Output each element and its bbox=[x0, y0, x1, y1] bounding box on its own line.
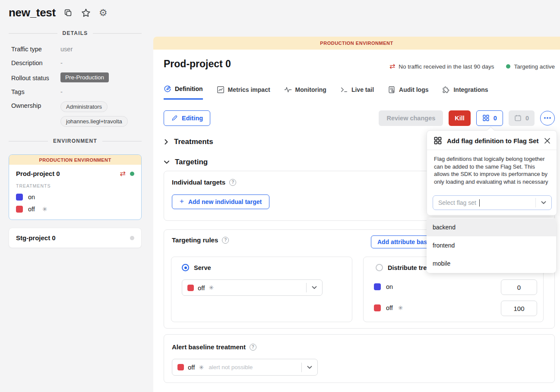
copy-icon[interactable] bbox=[63, 8, 73, 18]
inactive-dot bbox=[130, 236, 134, 240]
editing-button[interactable]: Editing bbox=[164, 110, 210, 126]
ownership-row: Ownership Administrators johannes.liegl+… bbox=[11, 101, 142, 127]
tab-monitoring[interactable]: Monitoring bbox=[284, 85, 326, 100]
close-icon[interactable] bbox=[544, 138, 551, 144]
targeting-section-label: Targeting bbox=[175, 158, 208, 166]
tab-metrics-impact[interactable]: Metrics impact bbox=[217, 85, 270, 100]
individual-targets-title: Individual targets bbox=[172, 179, 225, 186]
audit-logs-icon bbox=[388, 86, 395, 94]
editing-label: Editing bbox=[182, 115, 203, 122]
tab-audit-logs[interactable]: Audit logs bbox=[388, 85, 428, 100]
distribute-off-percentage-input[interactable] bbox=[501, 301, 537, 316]
tab-bar: Definition Metrics impact Monitoring bbox=[164, 85, 488, 100]
pencil-icon bbox=[171, 115, 178, 122]
owner-pill-user[interactable]: johannes.liegl+travolta bbox=[60, 116, 128, 127]
details-divider: DETAILS bbox=[9, 30, 142, 36]
flag-set-select-input[interactable]: Select flag set bbox=[433, 195, 552, 210]
calendar-icon bbox=[514, 114, 522, 122]
popup-title: Add flag definition to Flag Set bbox=[447, 137, 539, 144]
environment-card-staging[interactable]: Stg-project 0 bbox=[9, 228, 142, 248]
description-row: Description - bbox=[11, 59, 142, 68]
flag-set-grid-icon bbox=[433, 136, 442, 145]
details-rows: Traffic type user Description - Rollout … bbox=[11, 45, 142, 127]
review-changes-label: Review changes bbox=[386, 115, 435, 122]
treatment-on-label: on bbox=[28, 194, 35, 201]
toolbar: Editing Review changes Kill 0 bbox=[164, 110, 555, 126]
distribute-row-on: on bbox=[374, 283, 393, 290]
alert-baseline-select[interactable]: off ✳ alert not possible bbox=[172, 359, 318, 376]
treatment-on-chip bbox=[16, 194, 23, 201]
details-header: DETAILS bbox=[63, 30, 88, 36]
more-options-button[interactable] bbox=[540, 111, 555, 125]
serve-radio[interactable] bbox=[182, 264, 189, 271]
flag-set-option-frontend[interactable]: frontend bbox=[427, 236, 556, 254]
serve-treatment-select[interactable]: off ✳ bbox=[182, 279, 323, 296]
targeting-active-status: Targeting active bbox=[514, 63, 555, 70]
flag-set-options-dropdown: backend frontend mobile bbox=[427, 218, 556, 273]
schedule-count-button[interactable]: 0 bbox=[509, 110, 535, 126]
chevron-down-icon bbox=[164, 160, 170, 165]
environment-name: Prod-project 0 bbox=[16, 170, 120, 177]
integrations-icon bbox=[442, 86, 450, 94]
description-label: Description bbox=[11, 59, 60, 66]
owner-pill-administrators[interactable]: Administrators bbox=[60, 101, 108, 112]
kill-button[interactable]: Kill bbox=[449, 110, 471, 126]
tab-definition[interactable]: Definition bbox=[164, 85, 203, 100]
chevron-right-icon bbox=[164, 139, 169, 145]
chevron-down-icon bbox=[302, 366, 317, 369]
tab-label: Live tail bbox=[351, 86, 374, 93]
metrics-impact-icon bbox=[217, 86, 225, 94]
review-changes-button[interactable]: Review changes bbox=[379, 110, 443, 126]
tab-integrations[interactable]: Integrations bbox=[442, 85, 488, 100]
page-title: Prod-project 0 bbox=[164, 58, 231, 70]
add-flag-set-popup: Add flag definition to Flag Set Flag def… bbox=[427, 130, 557, 216]
star-icon[interactable] bbox=[81, 8, 91, 18]
distribute-on-percentage-input[interactable] bbox=[501, 279, 537, 295]
sidebar: DETAILS Traffic type user Description - … bbox=[0, 30, 153, 248]
no-traffic-icon: ⇄ bbox=[389, 63, 395, 70]
treatments-section-label: Treatments bbox=[174, 138, 213, 146]
text-caret bbox=[479, 199, 480, 207]
targeting-rules-title: Targeting rules bbox=[172, 236, 218, 244]
tab-label: Monitoring bbox=[295, 86, 326, 93]
default-treatment-icon: ✳ bbox=[42, 206, 47, 213]
distribute-row-off: off ✳ bbox=[374, 304, 403, 311]
popup-description: Flag definitions that logically belong t… bbox=[427, 150, 557, 185]
serve-treatment-value: off bbox=[198, 284, 205, 292]
environment-name: Stg-project 0 bbox=[16, 234, 130, 241]
environment-card-production[interactable]: PRODUCTION ENVIRONMENT Prod-project 0 ⇄ … bbox=[9, 154, 142, 220]
gear-icon[interactable]: ⚙ bbox=[99, 8, 108, 18]
targeting-section-toggle[interactable]: Targeting bbox=[164, 158, 208, 166]
add-individual-target-label: Add new individual target bbox=[188, 198, 262, 205]
tab-live-tail[interactable]: Live tail bbox=[340, 85, 374, 100]
environment-divider: ENVIRONMENT bbox=[9, 138, 142, 144]
ownership-label: Ownership bbox=[11, 101, 60, 109]
definition-icon bbox=[164, 85, 171, 93]
description-value: - bbox=[60, 59, 63, 66]
distribute-radio[interactable] bbox=[376, 264, 383, 271]
traffic-type-label: Traffic type bbox=[11, 45, 60, 53]
schedule-count: 0 bbox=[525, 115, 529, 122]
rollout-status-badge: Pre-Production bbox=[60, 72, 109, 82]
help-icon[interactable]: ? bbox=[222, 237, 229, 244]
no-traffic-icon: ⇄ bbox=[120, 170, 126, 177]
alert-baseline-title: Alert baseline treatment bbox=[172, 343, 246, 351]
treatment-off-chip bbox=[187, 285, 194, 291]
distribute-on-label: on bbox=[386, 283, 393, 290]
add-individual-target-button[interactable]: + Add new individual target bbox=[172, 194, 269, 209]
treatment-off-label: off bbox=[28, 206, 35, 213]
help-icon[interactable]: ? bbox=[250, 344, 256, 351]
treatments-header: TREATMENTS bbox=[16, 183, 134, 188]
targeting-active-dot bbox=[130, 172, 134, 176]
live-tail-icon bbox=[340, 86, 348, 94]
app-header: new_test ⚙ bbox=[9, 6, 108, 19]
flag-set-count-button[interactable]: 0 bbox=[476, 110, 503, 126]
no-traffic-status: No traffic received in the last 90 days bbox=[399, 63, 494, 70]
flag-set-option-backend[interactable]: backend bbox=[427, 218, 556, 236]
treatments-section-toggle[interactable]: Treatments bbox=[164, 138, 213, 146]
help-icon[interactable]: ? bbox=[229, 179, 236, 186]
flag-set-option-mobile[interactable]: mobile bbox=[427, 254, 556, 273]
flag-set-select-placeholder: Select flag set bbox=[438, 199, 476, 206]
alert-baseline-value: off bbox=[188, 364, 195, 371]
default-treatment-icon: ✳ bbox=[209, 284, 214, 291]
